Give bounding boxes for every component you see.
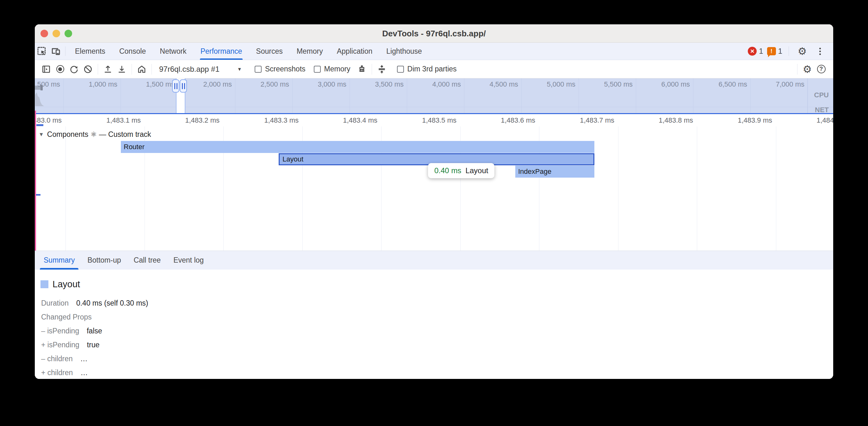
selected-tab-underline (200, 59, 243, 60)
flame-bar-router[interactable]: Router (121, 141, 594, 153)
timeline-left-marker (35, 110, 36, 251)
details-tab-summary[interactable]: Summary (37, 251, 81, 269)
summary-rows: Duration0.40 ms (self 0.30 ms)Changed Pr… (41, 296, 827, 379)
panel-left-icon (41, 64, 51, 74)
home-button[interactable] (135, 63, 149, 76)
detail-tick-label: 1,483.5 ms (377, 116, 457, 125)
flame-bar-indexpage[interactable]: IndexPage (515, 166, 594, 177)
detail-tick-label: 1,484.0 ms (772, 116, 833, 125)
tab-sources[interactable]: Sources (249, 43, 289, 60)
record-and-reload-button[interactable] (67, 63, 81, 76)
summary-row: + children… (41, 366, 827, 379)
help-icon: ? (817, 65, 826, 73)
issues-counter[interactable]: ! 1 (767, 47, 782, 56)
device-toolbar-icon (51, 46, 61, 56)
tab-network[interactable]: Network (153, 43, 193, 60)
home-icon (137, 64, 147, 74)
screenshots-checkbox[interactable]: Screenshots (255, 65, 306, 73)
tabbar-right-cluster: ✕ 1 ! 1 ⚙ (748, 44, 833, 58)
record-icon (56, 65, 64, 73)
chevron-down-icon: ▼ (237, 66, 242, 72)
tab-label: Bottom-up (87, 256, 121, 264)
detail-tick-label: 1,483.9 ms (693, 116, 772, 125)
summary-row: Duration0.40 ms (self 0.30 ms) (41, 296, 827, 310)
summary-row-label: Duration (41, 299, 69, 307)
history-dropdown[interactable]: 97r6ql.csb.app #1 ▼ (155, 65, 246, 74)
checkbox-box (397, 66, 404, 73)
toolbar-separator (98, 64, 98, 74)
capture-settings-button[interactable]: ⚙ (800, 63, 814, 76)
summary-row-label: Changed Props (41, 313, 92, 321)
checkbox-box (314, 66, 321, 73)
summary-panel: Layout Duration0.40 ms (self 0.30 ms)Cha… (35, 269, 833, 379)
memory-checkbox[interactable]: Memory (314, 65, 350, 73)
detail-tick-label: 1,483.1 ms (62, 116, 141, 125)
summary-row-value: 0.40 ms (self 0.30 ms) (76, 299, 148, 307)
tab-label: Call tree (134, 256, 161, 264)
devtools-settings-button[interactable]: ⚙ (795, 44, 809, 58)
selection-left-handle[interactable] (172, 79, 179, 93)
device-toolbar-button[interactable] (49, 44, 63, 58)
summary-row-value: … (80, 368, 88, 377)
tab-lighthouse[interactable]: Lighthouse (379, 43, 429, 60)
toolbar-separator (152, 64, 152, 74)
help-button[interactable]: ? (814, 63, 828, 76)
tab-application[interactable]: Application (330, 43, 380, 60)
inspect-element-button[interactable] (35, 44, 49, 58)
tab-elements[interactable]: Elements (68, 43, 112, 60)
gear-icon: ⚙ (798, 46, 807, 56)
screenshots-label: Screenshots (265, 65, 306, 73)
record-button[interactable] (53, 63, 67, 76)
toggle-sidebar-button[interactable] (39, 63, 53, 76)
more-options-button[interactable] (813, 44, 827, 58)
collapse-metrics-button[interactable] (375, 63, 389, 76)
save-profile-button[interactable] (115, 63, 129, 76)
blue-marker (36, 124, 43, 126)
timeline-overview[interactable]: 500 ms1,000 ms1,500 ms2,000 ms2,500 ms3,… (35, 78, 833, 113)
tab-performance[interactable]: Performance (194, 43, 249, 60)
download-icon (117, 64, 127, 74)
kebab-menu-icon (818, 46, 822, 56)
summary-row-value: … (80, 355, 88, 363)
summary-row-label: + children (41, 368, 73, 377)
selection-right-handle[interactable] (180, 79, 187, 93)
blue-marker (36, 194, 40, 196)
summary-header: Layout (40, 279, 80, 290)
tab-console[interactable]: Console (112, 43, 153, 60)
summary-row: – isPendingfalse (41, 324, 827, 338)
collect-garbage-button[interactable] (355, 63, 369, 76)
devtools-window: DevTools - 97r6ql.csb.app/ ElementsConso… (35, 24, 833, 379)
details-tab-event-log[interactable]: Event log (167, 251, 210, 269)
issue-icon: ! (767, 47, 776, 55)
tab-label: Summary (44, 256, 75, 264)
tab-label: Console (119, 47, 146, 56)
inspect-icon (37, 46, 47, 56)
disclosure-triangle-icon[interactable]: ▼ (39, 131, 44, 138)
tabbar-separator (788, 46, 789, 56)
flame-chart[interactable]: ▼ Components ⚛ — Custom track RouterLayo… (35, 126, 833, 251)
details-tab-call-tree[interactable]: Call tree (127, 251, 167, 269)
detail-time-ruler: 1,483.0 ms1,483.1 ms1,483.2 ms1,483.3 ms… (35, 114, 833, 126)
load-profile-button[interactable] (101, 63, 115, 76)
summary-row-label: + isPending (41, 341, 80, 349)
issue-count: 1 (778, 47, 782, 56)
panel-tabs: ElementsConsoleNetworkPerformanceSources… (68, 43, 429, 60)
summary-title: Layout (53, 279, 80, 290)
details-tab-bottom-up[interactable]: Bottom-up (81, 251, 127, 269)
checkbox-box (255, 66, 261, 73)
summary-row-value: false (87, 327, 102, 335)
dim-3rd-parties-checkbox[interactable]: Dim 3rd parties (397, 65, 457, 73)
tab-label: Elements (75, 47, 105, 56)
gear-icon: ⚙ (803, 64, 812, 74)
custom-track-header[interactable]: ▼ Components ⚛ — Custom track (39, 130, 151, 139)
summary-row: – children… (41, 352, 827, 366)
clear-button[interactable] (81, 63, 95, 76)
tab-label: Sources (256, 47, 282, 56)
tab-label: Event log (173, 256, 204, 264)
tab-label: Performance (200, 47, 242, 56)
memory-label: Memory (324, 65, 350, 73)
tab-memory[interactable]: Memory (290, 43, 330, 60)
summary-row-label: – children (41, 355, 73, 363)
collapse-vertical-icon (377, 64, 386, 74)
error-counter[interactable]: ✕ 1 (748, 47, 763, 56)
